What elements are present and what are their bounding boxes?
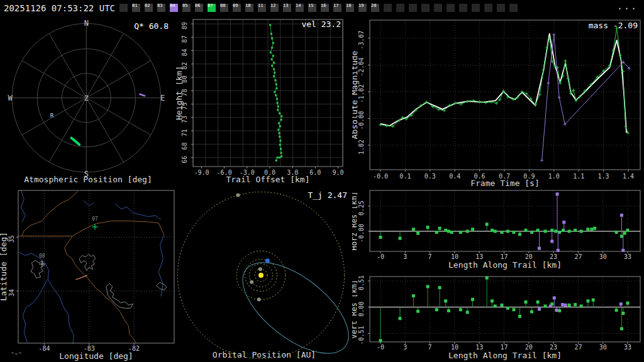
event-slot-05[interactable]: 05: [182, 4, 191, 12]
event-slot-17[interactable]: 17: [333, 4, 341, 12]
residual-green: [574, 229, 577, 232]
tick-label: 23: [550, 253, 557, 260]
residual-green: [530, 310, 533, 314]
x-axis-label: Length Along Trail [km]: [448, 260, 562, 270]
event-slot-x0[interactable]: [119, 4, 128, 12]
residual-green: [500, 231, 503, 234]
status-bar: 20251126 07:53:22 UTC 010203040506070809…: [0, 0, 644, 18]
meteoroid-orbit: [228, 246, 352, 362]
vert-residuals-chart: -03710131720232730330.510.00-0.51Length …: [352, 275, 644, 362]
residual-green: [593, 227, 596, 230]
event-slot-20[interactable]: 20: [371, 4, 379, 12]
planet-earth: [265, 258, 270, 263]
event-slot-number: 12: [270, 3, 275, 8]
tick-label: 0.51: [358, 275, 365, 290]
trail-point: [273, 69, 275, 70]
event-slot-x30[interactable]: [497, 4, 505, 12]
residual-green: [379, 339, 382, 342]
residual-purple: [564, 304, 567, 307]
panel-atmospheric-position: NSWEZRQ* 60.8Atmospheric Position [deg]: [0, 18, 176, 187]
event-slot-x28[interactable]: [472, 4, 480, 12]
tick-label: -0.51: [358, 326, 365, 344]
residual-green: [568, 230, 571, 233]
event-slot-number: 17: [333, 3, 338, 8]
compass-west: W: [8, 94, 13, 102]
tick-label: 1.4: [623, 173, 634, 180]
event-slot-09[interactable]: 09: [233, 4, 241, 12]
event-slot-x27[interactable]: [459, 4, 467, 12]
tick-label: -0.00: [358, 224, 365, 243]
tick-label: 7: [428, 344, 432, 351]
residual-green: [491, 229, 494, 232]
x-axis-label: Length Along Trail [km]: [448, 351, 562, 360]
event-slot-19[interactable]: 19: [358, 4, 367, 12]
overflow-menu[interactable]: ...: [617, 1, 638, 12]
event-slot-16[interactable]: 16: [321, 4, 329, 12]
residual-green: [525, 300, 528, 304]
event-slot-number: 19: [358, 3, 364, 8]
river: [48, 279, 74, 344]
event-slot-x31[interactable]: [509, 4, 518, 12]
river: [158, 234, 164, 297]
event-slot-number: 08: [220, 3, 225, 8]
event-slot-08[interactable]: 08: [220, 4, 228, 12]
residual-green: [518, 233, 521, 236]
residual-green: [459, 231, 462, 234]
panel-orbit: T_j 2.47Orbital Position [AU]: [176, 187, 352, 362]
residual-green: [592, 299, 595, 302]
x-axis-label: Frame Time [s]: [470, 178, 540, 187]
residual-green: [398, 237, 401, 240]
event-slot-x21[interactable]: [384, 4, 392, 12]
event-slot-11[interactable]: 11: [258, 4, 266, 12]
trail-point: [271, 38, 273, 40]
event-slot-x25[interactable]: [434, 4, 442, 12]
tick-label: 3: [403, 253, 407, 260]
tick-label: -3.07: [358, 31, 365, 50]
trail-point: [278, 123, 280, 124]
residual-purple: [619, 302, 623, 305]
residual-purple: [556, 192, 559, 195]
tick-label: 27: [574, 344, 582, 351]
event-slot-x29[interactable]: [484, 4, 492, 12]
residual-green: [512, 308, 515, 311]
event-slot-13[interactable]: 13: [283, 4, 291, 12]
event-slot-12[interactable]: 12: [270, 4, 279, 12]
tick-label: 6.0: [309, 169, 321, 176]
event-slot-01[interactable]: 01: [132, 4, 140, 12]
app-screen: 20251126 07:53:22 UTC 010203040506070809…: [0, 0, 644, 362]
horz-residuals-chart: -03710131720232730330.25-0.00Length Alon…: [352, 187, 644, 275]
tick-label: 17: [500, 253, 508, 260]
trail-point: [275, 87, 277, 89]
residual-green: [543, 305, 547, 308]
trail-point: [280, 152, 282, 154]
panel-vert-residuals: -03710131720232730330.510.00-0.51Length …: [352, 275, 644, 362]
trail-point: [280, 116, 282, 118]
residual-green: [512, 231, 515, 234]
event-slot-number: 07: [208, 3, 213, 8]
compass-zenith: Z: [84, 94, 89, 102]
tick-label: 66: [181, 156, 188, 163]
x-axis-label: Longitude [deg]: [59, 351, 133, 361]
tick-label: 0.4: [449, 173, 460, 180]
residual-green: [623, 232, 626, 235]
trail-point: [280, 155, 282, 157]
event-slot-02[interactable]: 02: [145, 4, 153, 12]
residual-green: [486, 222, 489, 226]
event-slot-18[interactable]: 18: [346, 4, 354, 12]
event-slot-06[interactable]: 06: [195, 4, 203, 12]
event-slot-15[interactable]: 15: [308, 4, 316, 12]
event-slot-x24[interactable]: [421, 4, 430, 12]
event-slot-x23[interactable]: [409, 4, 417, 12]
station-label: 08: [39, 253, 45, 259]
residual-green: [620, 235, 623, 238]
event-slot-x26[interactable]: [447, 4, 455, 12]
event-slot-04[interactable]: 04: [170, 4, 178, 12]
event-slot-10[interactable]: 10: [245, 4, 253, 12]
residual-green: [444, 299, 447, 302]
orbit-diagram: T_j 2.47Orbital Position [AU]: [176, 187, 352, 362]
event-slot-14[interactable]: 14: [296, 4, 304, 12]
event-slot-07[interactable]: 07: [208, 4, 216, 12]
event-slot-x22[interactable]: [396, 4, 404, 12]
event-slot-03[interactable]: 03: [157, 4, 165, 12]
trail-point: [279, 144, 281, 146]
